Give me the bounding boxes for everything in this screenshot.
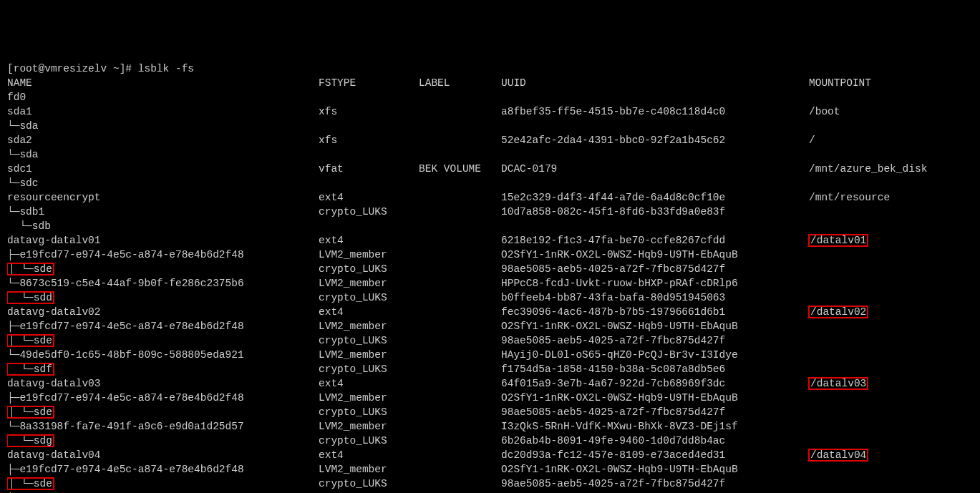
lsblk-row: └─sddcrypto_LUKSb0ffeeb4-bb87-43fa-bafa-… [7,291,973,305]
label [419,205,501,219]
mountpoint: /datalv01 [809,233,931,248]
highlight-box: │ └─sde [7,478,54,489]
fstype: vfat [319,162,419,176]
fstype: crypto_LUKS [319,205,419,219]
highlight-box: │ └─sde [7,263,54,275]
label [419,333,501,348]
device-name: resourceencrypt [7,190,319,205]
mountpoint [809,219,931,233]
device-name: └─8673c519-c5e4-44af-9b0f-fe286c2375b6 [7,276,319,291]
fstype: ext4 [319,305,419,319]
uuid [501,219,809,233]
uuid: 64f015a9-3e7b-4a67-922d-7cb68969f3dc [501,376,809,391]
mountpoint [809,434,931,448]
lsblk-row: datavg-datalv04ext4dc20d93a-fc12-457e-81… [7,448,973,462]
uuid: I3zQkS-5RnH-VdfK-MXwu-BhXk-8VZ3-DEj1sf [501,419,809,434]
device-name: │ └─sde [7,477,319,491]
uuid: 98ae5085-aeb5-4025-a72f-7fbc875d427f [501,405,809,419]
label [419,362,501,376]
device-name: └─sdc [7,176,319,190]
lsblk-row: │ └─sdecrypto_LUKS98ae5085-aeb5-4025-a72… [7,262,973,276]
fstype: LVM2_member [319,462,419,477]
device-name: ├─e19fcd77-e974-4e5c-a874-e78e4b6d2f48 [7,462,319,477]
highlight-box: /datalv02 [809,306,868,318]
mountpoint: /datalv02 [809,305,931,319]
lsblk-row: sdc1vfatBEK VOLUMEDCAC-0179/mnt/azure_be… [7,162,973,176]
highlight-box: └─sdg [7,435,54,446]
lsblk-row: └─sdgcrypto_LUKS6b26ab4b-8091-49fe-9460-… [7,434,973,448]
lsblk-row: └─sdb [7,219,973,233]
label [419,305,501,319]
mountpoint [809,462,931,477]
lsblk-row: fd0 [7,90,973,104]
lsblk-header: NAMEFSTYPELABELUUIDMOUNTPOINT [7,76,973,90]
fstype: ext4 [319,448,419,462]
col-header-mountpoint: MOUNTPOINT [809,76,931,90]
fstype: ext4 [319,233,419,248]
label [419,119,501,133]
highlight-box: /datalv01 [809,235,868,246]
device-name: └─sdf [7,362,319,376]
device-name: ├─e19fcd77-e974-4e5c-a874-e78e4b6d2f48 [7,391,319,405]
uuid: 52e42afc-2da4-4391-bbc0-92f2a1b45c62 [501,133,809,147]
device-name: datavg-datalv02 [7,305,319,319]
uuid: DCAC-0179 [501,162,809,176]
device-name: sda2 [7,133,319,147]
lsblk-row: └─8673c519-c5e4-44af-9b0f-fe286c2375b6LV… [7,276,973,291]
label [419,276,501,291]
label [419,434,501,448]
device-name: └─sdb1 [7,205,319,219]
mountpoint [809,119,931,133]
fstype: LVM2_member [319,391,419,405]
label [419,348,501,362]
uuid: 6b26ab4b-8091-49fe-9460-1d0d7dd8b4ac [501,434,809,448]
label [419,190,501,205]
uuid: O2SfY1-1nRK-OX2L-0WSZ-Hqb9-U9TH-EbAquB [501,462,809,477]
mountpoint [809,319,931,333]
col-header-name: NAME [7,76,319,90]
fstype [319,219,419,233]
mountpoint [809,333,931,348]
lsblk-row: │ └─sdecrypto_LUKS98ae5085-aeb5-4025-a72… [7,477,973,491]
fstype: LVM2_member [319,319,419,333]
uuid: a8fbef35-ff5e-4515-bb7e-c408c118d4c0 [501,104,809,119]
device-name: │ └─sde [7,333,319,348]
lsblk-row: └─sda [7,147,973,162]
uuid: f1754d5a-1858-4150-b38a-5c087a8db5e6 [501,362,809,376]
mountpoint [809,176,931,190]
device-name: ├─e19fcd77-e974-4e5c-a874-e78e4b6d2f48 [7,319,319,333]
device-name: fd0 [7,90,319,104]
highlight-box: /datalv03 [809,378,868,389]
label [419,405,501,419]
label [419,319,501,333]
mountpoint [809,147,931,162]
uuid: 6218e192-f1c3-47fa-be70-ccfe8267cfdd [501,233,809,248]
mountpoint: /datalv04 [809,448,931,462]
mountpoint: /boot [809,104,931,119]
highlight-box: └─sdd [7,292,54,303]
uuid: b0ffeeb4-bb87-43fa-bafa-80d951945063 [501,291,809,305]
mountpoint: /mnt/azure_bek_disk [809,162,931,176]
device-name: └─sda [7,119,319,133]
lsblk-row: └─8a33198f-fa7e-491f-a9c6-e9d0a1d25d57LV… [7,419,973,434]
fstype: LVM2_member [319,276,419,291]
label [419,219,501,233]
uuid: O2SfY1-1nRK-OX2L-0WSZ-Hqb9-U9TH-EbAquB [501,248,809,262]
fstype: LVM2_member [319,248,419,262]
device-name: └─sdd [7,291,319,305]
lsblk-row: datavg-datalv01ext46218e192-f1c3-47fa-be… [7,233,973,248]
fstype: crypto_LUKS [319,262,419,276]
device-name: └─49de5df0-1c65-48bf-809c-588805eda921 [7,348,319,362]
terminal-output: [root@vmresizelv ~]# lsblk -fsNAMEFSTYPE… [7,62,973,493]
lsblk-row: ├─e19fcd77-e974-4e5c-a874-e78e4b6d2f48LV… [7,391,973,405]
lsblk-row: └─sdfcrypto_LUKSf1754d5a-1858-4150-b38a-… [7,362,973,376]
shell-command: lsblk -fs [138,62,194,76]
lsblk-row: ├─e19fcd77-e974-4e5c-a874-e78e4b6d2f48LV… [7,319,973,333]
uuid [501,176,809,190]
device-name: └─sda [7,147,319,162]
highlight-box: │ └─sde [7,335,54,346]
mountpoint [809,276,931,291]
highlight-box: /datalv04 [809,449,868,461]
device-name: └─sdb [7,219,319,233]
label [419,448,501,462]
